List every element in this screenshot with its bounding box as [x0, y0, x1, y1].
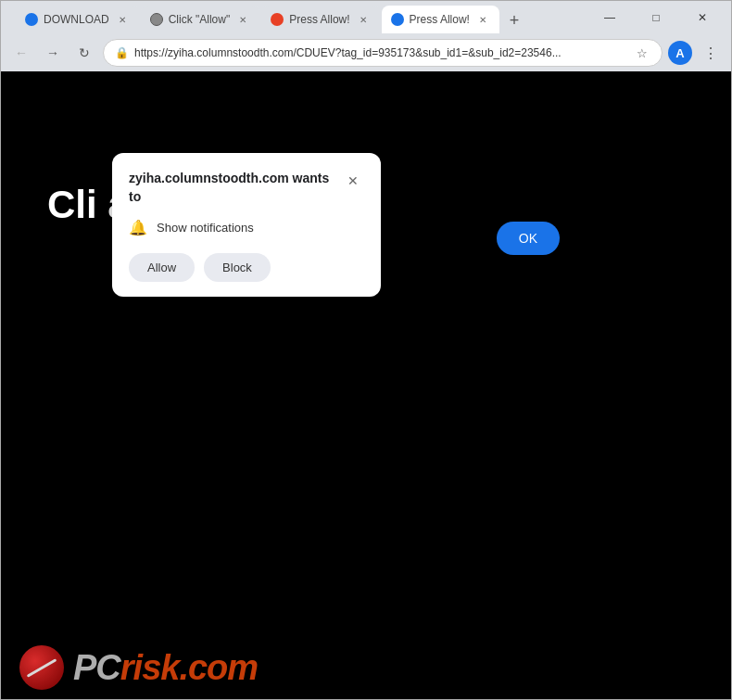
tab-download[interactable]: DOWNLOAD ✕ — [16, 6, 139, 33]
permission-dialog: zyiha.columnstoodth.com wants to ✕ 🔔 Sho… — [112, 153, 381, 297]
dialog-close-button[interactable]: ✕ — [342, 170, 364, 192]
tab-close-1[interactable]: ✕ — [115, 12, 130, 27]
bookmark-icon[interactable]: ☆ — [634, 45, 650, 61]
dialog-buttons: Allow Block — [129, 253, 364, 282]
tab-press-allow-1[interactable]: Press Allow! ✕ — [261, 6, 379, 33]
tab-press-allow-2[interactable]: Press Allow! ✕ — [382, 6, 499, 33]
security-icon: 🔒 — [115, 46, 129, 59]
reload-button[interactable]: ↻ — [71, 40, 97, 66]
minimize-button[interactable]: — — [588, 4, 631, 32]
bell-icon: 🔔 — [129, 219, 147, 236]
pcrisk-suffix: risk.com — [120, 648, 258, 687]
back-button[interactable]: ← — [8, 40, 34, 66]
profile-icon[interactable]: A — [668, 41, 692, 65]
watermark: PCrisk.com — [19, 645, 258, 690]
tab-close-4[interactable]: ✕ — [475, 12, 490, 27]
new-tab-button[interactable]: + — [501, 7, 527, 33]
tab-label-4: Press Allow! — [410, 13, 470, 26]
tab-close-2[interactable]: ✕ — [235, 12, 250, 27]
tabs-row: DOWNLOAD ✕ Click "Allow" ✕ Press Allow! … — [8, 2, 585, 33]
tab-favicon-4 — [391, 13, 404, 26]
dialog-permission-row: 🔔 Show notifications — [129, 219, 364, 236]
tab-click-allow[interactable]: Click "Allow" ✕ — [141, 6, 260, 33]
maximize-button[interactable]: □ — [635, 4, 677, 32]
close-button[interactable]: ✕ — [681, 4, 724, 32]
tab-label-1: DOWNLOAD — [44, 13, 109, 26]
tab-label-2: Click "Allow" — [169, 13, 231, 26]
title-bar: DOWNLOAD ✕ Click "Allow" ✕ Press Allow! … — [1, 1, 731, 34]
tab-favicon-1 — [25, 13, 38, 26]
block-button[interactable]: Block — [204, 253, 271, 282]
ok-button[interactable]: OK — [497, 222, 560, 255]
forward-button[interactable]: → — [40, 40, 66, 66]
dialog-header: zyiha.columnstoodth.com wants to ✕ — [129, 170, 364, 206]
url-text: https://zyiha.columnstoodth.com/CDUEV?ta… — [134, 46, 628, 59]
url-bar[interactable]: 🔒 https://zyiha.columnstoodth.com/CDUEV?… — [103, 39, 663, 67]
pcrisk-prefix: PC — [73, 648, 120, 687]
webpage: Cli a robot! OK zyiha.columnstoodth.com … — [1, 71, 731, 699]
menu-button[interactable]: ⋮ — [698, 40, 724, 66]
window-controls: — □ ✕ — [588, 4, 724, 32]
tab-favicon-2 — [150, 13, 163, 26]
pcrisk-brand: PCrisk.com — [73, 650, 258, 685]
browser-frame: DOWNLOAD ✕ Click "Allow" ✕ Press Allow! … — [0, 0, 732, 700]
permission-label: Show notifications — [157, 221, 254, 235]
tab-favicon-3 — [271, 13, 284, 26]
pcrisk-logo-ball — [19, 645, 64, 690]
url-icons: ☆ — [634, 45, 650, 61]
pcrisk-text: PCrisk.com — [73, 650, 258, 685]
allow-button[interactable]: Allow — [129, 253, 195, 282]
tab-close-3[interactable]: ✕ — [356, 12, 371, 27]
address-bar: ← → ↻ 🔒 https://zyiha.columnstoodth.com/… — [1, 34, 731, 71]
tab-label-3: Press Allow! — [289, 13, 349, 26]
dialog-title: zyiha.columnstoodth.com wants to — [129, 170, 342, 206]
